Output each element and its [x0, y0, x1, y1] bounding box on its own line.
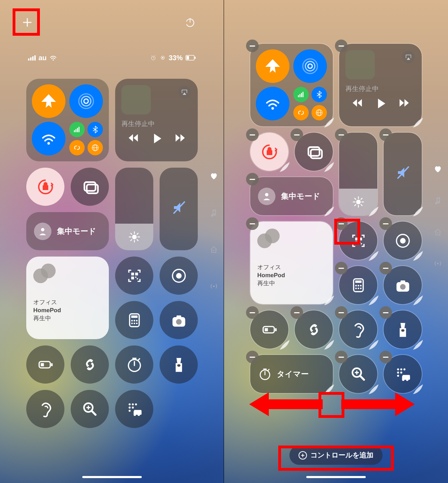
magnifier-button[interactable] [339, 355, 377, 393]
flashlight-button[interactable] [384, 310, 422, 349]
now-playing-module[interactable]: 再生停止中 [115, 79, 198, 161]
brightness-slider[interactable] [339, 133, 377, 215]
remove-badge[interactable] [290, 128, 303, 141]
volume-slider[interactable] [160, 168, 198, 250]
remove-badge[interactable] [246, 217, 259, 230]
album-art [121, 85, 151, 114]
calculator-button[interactable] [115, 301, 153, 339]
favorites-page-icon[interactable] [433, 164, 442, 175]
remove-badge[interactable] [335, 306, 348, 319]
wifi-icon [49, 54, 57, 62]
remove-badge[interactable] [290, 306, 303, 319]
focus-mode-button[interactable]: 集中モード [250, 177, 333, 215]
remove-badge[interactable] [335, 262, 348, 274]
satellite-toggle[interactable] [88, 140, 103, 155]
driving-assist-button[interactable] [384, 355, 422, 393]
driving-assist-button[interactable] [115, 390, 153, 428]
connectivity-page-icon[interactable] [433, 259, 442, 270]
now-playing-module[interactable]: 再生停止中 [339, 44, 422, 126]
low-power-button[interactable] [26, 345, 64, 384]
remove-badge[interactable] [379, 351, 392, 363]
hearing-button[interactable] [26, 390, 64, 428]
cellular-signal-icon [28, 55, 36, 61]
remove-badge[interactable] [335, 40, 348, 52]
homepod-module[interactable]: オフィス HomePod 再生中 [26, 257, 109, 339]
forward-button[interactable] [398, 97, 410, 109]
svg-rect-74 [162, 57, 163, 58]
remove-badge[interactable] [379, 128, 392, 141]
remove-badge[interactable] [379, 262, 392, 274]
power-button[interactable] [184, 17, 196, 30]
mute-icon [395, 165, 411, 180]
remove-badge[interactable] [246, 351, 259, 363]
connectivity-page-icon[interactable] [209, 282, 218, 292]
stopwatch-button[interactable] [115, 345, 153, 384]
bluetooth-toggle[interactable] [88, 122, 103, 137]
hotspot-toggle[interactable] [293, 105, 309, 120]
connectivity-module[interactable] [250, 44, 333, 126]
home-indicator[interactable] [82, 476, 142, 478]
airplay-button[interactable] [178, 86, 191, 98]
cellular-toggle[interactable] [293, 87, 309, 102]
connectivity-module[interactable] [26, 79, 109, 161]
play-button[interactable] [150, 131, 163, 145]
rotation-lock-status-icon [160, 55, 166, 61]
rotation-lock-toggle[interactable] [26, 168, 64, 206]
hearing-button[interactable] [339, 310, 377, 349]
resize-handle[interactable] [320, 291, 334, 306]
rotation-lock-toggle[interactable] [250, 133, 288, 171]
calculator-button[interactable] [339, 266, 377, 304]
homepod-name: HomePod [257, 272, 326, 280]
music-page-icon[interactable] [433, 196, 442, 206]
bluetooth-toggle[interactable] [312, 87, 327, 102]
focus-mode-button[interactable]: 集中モード [26, 212, 109, 250]
airdrop-toggle[interactable] [293, 49, 327, 83]
timer-button[interactable]: タイマー [250, 355, 333, 393]
rewind-button[interactable] [351, 97, 363, 109]
resize-handle[interactable] [408, 202, 423, 217]
camera-button[interactable] [160, 301, 198, 339]
rewind-button[interactable] [127, 132, 139, 144]
favorites-page-icon[interactable] [209, 172, 218, 182]
hotspot-toggle[interactable] [69, 140, 85, 155]
homepod-module[interactable]: オフィス HomePod 再生中 [250, 222, 333, 304]
satellite-toggle[interactable] [312, 105, 327, 120]
airplay-button[interactable] [402, 51, 415, 63]
remove-badge[interactable] [246, 128, 259, 141]
remove-badge[interactable] [335, 128, 348, 141]
remove-badge[interactable] [246, 40, 259, 52]
volume-slider[interactable] [384, 133, 422, 215]
home-page-icon[interactable] [209, 245, 218, 255]
airdrop-toggle[interactable] [69, 84, 103, 118]
remove-badge[interactable] [379, 217, 392, 230]
magnifier-button[interactable] [71, 390, 109, 428]
camera-button[interactable] [384, 266, 422, 304]
music-page-icon[interactable] [209, 208, 218, 219]
screen-mirror-button[interactable] [71, 168, 109, 206]
flashlight-button[interactable] [160, 345, 198, 384]
wifi-toggle[interactable] [256, 87, 289, 120]
shazam-button[interactable] [71, 345, 109, 384]
forward-button[interactable] [174, 132, 186, 144]
airplane-mode-toggle[interactable] [32, 84, 65, 118]
remove-badge[interactable] [379, 306, 392, 319]
home-indicator[interactable] [306, 476, 366, 478]
shazam-button[interactable] [295, 310, 333, 349]
brightness-slider[interactable] [115, 168, 153, 250]
resize-handle[interactable] [408, 113, 423, 128]
screen-record-button[interactable] [160, 257, 198, 295]
low-power-button[interactable] [250, 310, 288, 349]
remove-badge[interactable] [246, 173, 259, 186]
home-page-icon[interactable] [433, 227, 442, 238]
playback-status: 再生停止中 [121, 119, 191, 128]
airplane-mode-toggle[interactable] [256, 49, 289, 83]
resize-handle[interactable] [320, 202, 334, 217]
wifi-toggle[interactable] [32, 122, 65, 155]
remove-badge[interactable] [246, 306, 259, 319]
screen-mirror-button[interactable] [295, 133, 333, 171]
cellular-toggle[interactable] [69, 122, 85, 137]
qr-scan-button[interactable] [115, 257, 153, 295]
remove-badge[interactable] [335, 351, 348, 363]
play-button[interactable] [374, 96, 387, 110]
screen-record-button[interactable] [384, 222, 422, 260]
